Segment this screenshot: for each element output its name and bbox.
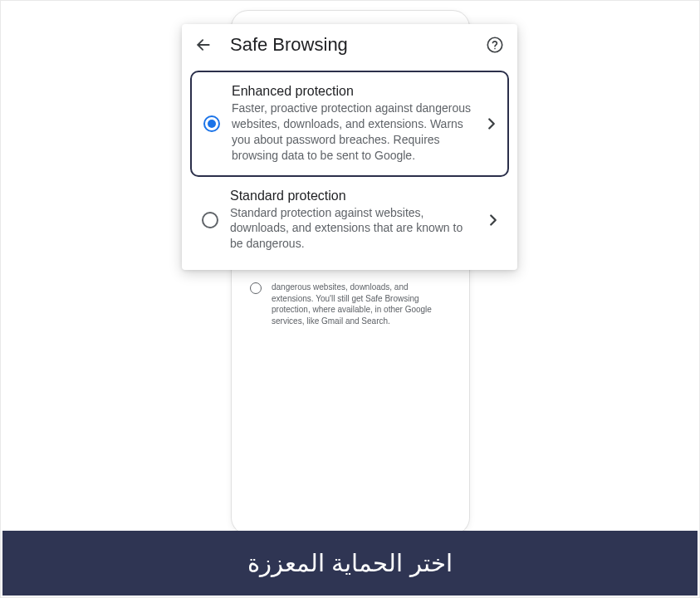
background-option-partial: dangerous websites, downloads, and exten… bbox=[250, 282, 449, 326]
option-enhanced-protection[interactable]: Enhanced protection Faster, proactive pr… bbox=[190, 71, 509, 177]
option-standard-protection[interactable]: Standard protection Standard protection … bbox=[190, 184, 509, 262]
background-option-desc: dangerous websites, downloads, and exten… bbox=[272, 282, 449, 326]
chevron-right-icon[interactable] bbox=[484, 211, 502, 229]
chevron-right-icon[interactable] bbox=[482, 115, 501, 133]
page-title: Safe Browsing bbox=[230, 34, 486, 56]
safe-browsing-panel: Safe Browsing Enhanced protection Faster… bbox=[182, 24, 517, 270]
caption-text: اختر الحماية المعززة bbox=[247, 549, 452, 577]
option-standard-desc: Standard protection against websites, do… bbox=[230, 205, 472, 252]
radio-unselected-icon bbox=[250, 282, 262, 294]
help-icon[interactable] bbox=[486, 36, 504, 54]
panel-header: Safe Browsing bbox=[182, 24, 517, 67]
instruction-caption: اختر الحماية المعززة bbox=[2, 531, 698, 596]
radio-selected-icon[interactable] bbox=[203, 115, 220, 132]
svg-point-1 bbox=[487, 37, 502, 51]
option-enhanced-title: Enhanced protection bbox=[232, 84, 471, 99]
radio-unselected-icon[interactable] bbox=[202, 212, 218, 228]
back-icon[interactable] bbox=[195, 37, 212, 53]
option-enhanced-desc: Faster, proactive protection against dan… bbox=[232, 100, 471, 164]
svg-point-2 bbox=[494, 48, 496, 50]
option-standard-title: Standard protection bbox=[230, 189, 472, 203]
